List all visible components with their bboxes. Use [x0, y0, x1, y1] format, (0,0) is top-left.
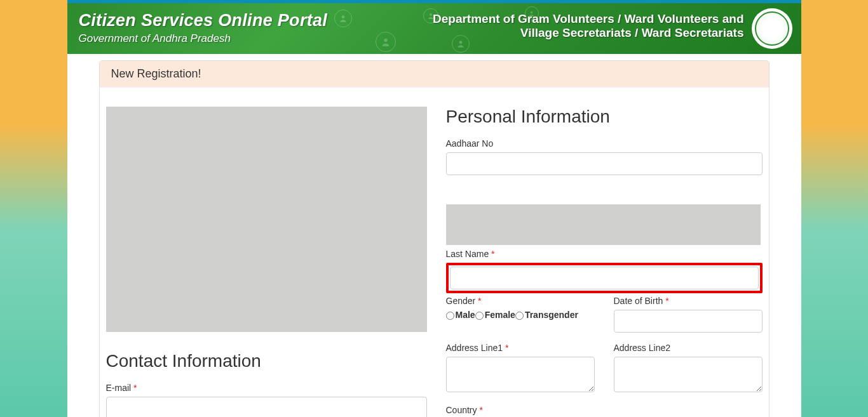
aadhaar-label: Aadhaar No: [446, 138, 763, 149]
gender-group: Gender * MaleFemaleTransgender: [446, 296, 595, 333]
profile-photo-placeholder: [106, 107, 427, 332]
lastname-label-text: Last Name: [446, 249, 489, 259]
gender-radio-row: MaleFemaleTransgender: [446, 310, 595, 320]
dob-group: Date of Birth *: [614, 296, 763, 333]
addr2-label: Address Line2: [614, 343, 763, 353]
required-icon: *: [479, 405, 482, 415]
lastname-label: Last Name *: [446, 249, 763, 259]
dept-line-2: Village Secretariats / Ward Secretariats: [433, 26, 744, 40]
panel-body: Create Profile Contact Information E-mai…: [100, 88, 769, 417]
gender-male-label: Male: [456, 310, 475, 320]
dob-label: Date of Birth *: [614, 296, 763, 306]
gender-label-text: Gender: [446, 296, 476, 306]
aadhaar-group: Aadhaar No: [446, 138, 763, 175]
hidden-row-placeholder: [446, 204, 761, 245]
required-icon: *: [133, 383, 137, 393]
required-icon: *: [505, 343, 508, 353]
header-right: Department of Gram Volunteers / Ward Vol…: [433, 12, 744, 40]
email-field[interactable]: [106, 397, 427, 417]
gender-male-radio[interactable]: [446, 312, 454, 320]
country-label-text: Country: [446, 405, 477, 415]
country-group: Country *: [446, 405, 763, 415]
dob-label-text: Date of Birth: [614, 296, 663, 306]
addr2-group: Address Line2: [614, 343, 763, 395]
dept-line-1: Department of Gram Volunteers / Ward Vol…: [433, 12, 744, 26]
contact-info-heading: Contact Information: [106, 351, 427, 371]
required-icon: *: [491, 249, 494, 259]
registration-panel: New Registration! Create Profile Contact…: [99, 60, 770, 417]
lastname-group: Last Name *: [446, 249, 763, 293]
gender-dob-row: Gender * MaleFemaleTransgender Date of B…: [446, 296, 763, 343]
addr2-field[interactable]: [614, 357, 763, 392]
personal-info-heading: Personal Information: [446, 107, 763, 127]
panel-heading: New Registration!: [100, 61, 769, 88]
required-icon: *: [478, 296, 481, 306]
right-column: Personal Information Aadhaar No Last Nam…: [446, 107, 763, 417]
gender-female-label: Female: [485, 310, 515, 320]
gender-female-radio[interactable]: [475, 312, 484, 320]
address-row: Address Line1 * Address Line2: [446, 343, 763, 405]
required-icon: *: [665, 296, 668, 306]
email-group: E-mail *: [106, 383, 427, 417]
aadhaar-field[interactable]: [446, 152, 763, 175]
lastname-highlight: [446, 263, 763, 293]
gender-label: Gender *: [446, 296, 595, 306]
gender-transgender-radio[interactable]: [515, 312, 524, 320]
gender-transgender-label: Transgender: [525, 310, 578, 320]
page-container: Citizen Services Online Portal Governmen…: [67, 0, 801, 417]
country-label: Country *: [446, 405, 763, 415]
dob-field[interactable]: [614, 310, 763, 333]
left-column: Create Profile Contact Information E-mai…: [106, 107, 427, 417]
addr1-field[interactable]: [446, 357, 595, 392]
addr1-label-text: Address Line1: [446, 343, 503, 353]
page-content: New Registration! Create Profile Contact…: [67, 54, 801, 417]
email-label: E-mail *: [106, 383, 427, 393]
addr1-label: Address Line1 *: [446, 343, 595, 353]
page-header: Citizen Services Online Portal Governmen…: [67, 3, 801, 54]
state-emblem-logo: [752, 8, 792, 49]
lastname-field[interactable]: [450, 267, 759, 289]
email-label-text: E-mail: [106, 383, 132, 393]
addr1-group: Address Line1 *: [446, 343, 595, 395]
